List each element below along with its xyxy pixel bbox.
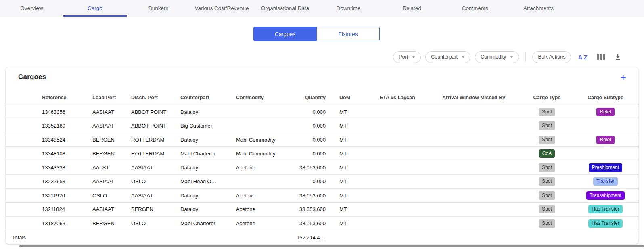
toggle-cargoes-button[interactable]: Cargoes [254, 27, 316, 41]
row-spacer [6, 203, 42, 217]
cell-cargo-subtype: Relet [576, 105, 638, 119]
column-header[interactable]: Commodity [236, 91, 297, 105]
column-header[interactable]: Quantity [297, 91, 339, 105]
cell-arrival-window-missed-by [442, 175, 521, 189]
download-button[interactable] [612, 53, 624, 61]
cell-cargo-type: Spot [521, 175, 576, 189]
cell-disch-port: ROTTERDAM [131, 133, 180, 147]
tab-organisational-data[interactable]: Organisational Data [253, 0, 317, 17]
row-spacer [6, 119, 42, 133]
column-header[interactable]: Arrival Window Missed By [442, 91, 521, 105]
cell-reference: 13222653 [42, 175, 92, 189]
sort-alphabetical-icon: A↓Z [578, 54, 588, 61]
table-row[interactable]: 13211920OSLOAASIAATDataloyAcetone38,053.… [6, 188, 638, 203]
add-cargo-button[interactable]: + [620, 73, 626, 82]
cell-reference: 13343338 [42, 161, 92, 175]
view-toggle: Cargoes Fixtures [253, 27, 380, 41]
cell-disch-port: AASIAAT [131, 188, 180, 203]
sort-alphabetical-button[interactable]: A↓Z [575, 54, 590, 61]
counterpart-filter-label: Counterpart [431, 54, 458, 60]
columns-button[interactable] [594, 54, 607, 60]
cell-uom: MT [339, 105, 380, 119]
tab-cargo[interactable]: Cargo [63, 0, 127, 17]
row-spacer [6, 161, 42, 175]
cell-commodity [236, 119, 297, 133]
tab-related[interactable]: Related [380, 0, 443, 17]
cargo-type-badge: Spot [539, 219, 555, 228]
cell-cargo-type: Spot [521, 188, 576, 203]
column-header[interactable]: Cargo Type [521, 91, 576, 105]
column-header[interactable]: Reference [42, 91, 92, 105]
cell-reference: 13187063 [42, 216, 92, 230]
cell-disch-port: AASIAAT [131, 161, 180, 175]
toolbar-divider [525, 52, 526, 62]
cell-disch-port: ROTTERDAM [131, 147, 180, 161]
table-header-row: ReferenceLoad PortDisch. PortCounterpart… [6, 91, 638, 105]
table-row[interactable]: 13348524BERGENROTTERDAMDataloyMabl Commo… [6, 133, 638, 147]
cell-quantity: 38,053.600 [297, 188, 339, 203]
cell-load-port: AASIAAT [92, 175, 131, 189]
table-row[interactable]: 13211824AASIAATBERGENDataloyAcetone38,05… [6, 203, 638, 217]
commodity-filter-dropdown[interactable]: Commodity [475, 51, 519, 63]
table-row[interactable]: 13222653AASIAATOSLOMabl Head O…0.000MTSp… [6, 175, 638, 189]
cell-cargo-subtype: Transfer [576, 175, 638, 189]
cell-commodity: Acetone [236, 216, 297, 230]
top-tab-bar: Overview Cargo Bunkers Various Cost/Reve… [0, 0, 644, 17]
table-row[interactable]: 13187063BERGENOSLOMabl ChartererAcetone3… [6, 216, 638, 230]
chevron-down-icon [462, 56, 465, 58]
cell-cargo-type: Spot [521, 161, 576, 175]
cell-arrival-window-missed-by [442, 119, 521, 133]
cell-uom: MT [339, 216, 380, 230]
cargo-subtype-badge: Relet [596, 136, 614, 144]
table-row[interactable]: 13343338AALSTAASIAATDataloyAcetone38,053… [6, 161, 638, 175]
bulk-actions-button[interactable]: Bulk Actions [532, 51, 571, 63]
cell-uom: MT [339, 188, 380, 203]
column-header[interactable]: Cargo Subtype [576, 91, 638, 105]
cell-load-port: OSLO [92, 188, 131, 203]
cell-load-port: BERGEN [92, 216, 131, 230]
cell-counterpart: Dataloy [180, 105, 236, 119]
cell-quantity: 0.000 [297, 133, 339, 147]
column-header[interactable]: Disch. Port [131, 91, 180, 105]
cell-reference: 13463356 [42, 105, 92, 119]
cell-cargo-type: CoA [521, 147, 576, 161]
tab-various-cost-revenue[interactable]: Various Cost/Revenue [190, 0, 253, 17]
table-row[interactable]: 13463356AASIAATABBOT POINTDataloy0.000MT… [6, 105, 638, 119]
tab-attachments[interactable]: Attachments [507, 0, 570, 17]
table-row[interactable]: 13352160AASIAATABBOT POINTBig Customer0.… [6, 119, 638, 133]
cell-eta-vs-laycan [380, 133, 442, 147]
tab-comments[interactable]: Comments [443, 0, 507, 17]
row-spacer [6, 133, 42, 147]
tab-overview[interactable]: Overview [0, 0, 63, 17]
column-header[interactable]: Load Port [92, 91, 131, 105]
cell-reference: 13211824 [42, 203, 92, 217]
cell-load-port: AASIAAT [92, 105, 131, 119]
table-row[interactable]: 13348108BERGENROTTERDAMMabl ChartererMab… [6, 147, 638, 161]
columns-icon [597, 54, 605, 60]
counterpart-filter-dropdown[interactable]: Counterpart [425, 51, 470, 63]
cell-cargo-type: Spot [521, 105, 576, 119]
row-spacer [6, 147, 42, 161]
toggle-fixtures-button[interactable]: Fixtures [316, 27, 379, 41]
cell-cargo-type: Spot [521, 203, 576, 217]
horizontal-scrollbar[interactable] [19, 245, 644, 247]
cell-quantity: 0.000 [297, 119, 339, 133]
column-header[interactable]: UoM [339, 91, 380, 105]
tab-bunkers[interactable]: Bunkers [127, 0, 190, 17]
cell-uom: MT [339, 133, 380, 147]
totals-quantity: 152,214.400 [297, 230, 339, 244]
column-header[interactable]: Counterpart [180, 91, 236, 105]
bulk-actions-label: Bulk Actions [538, 54, 565, 60]
tab-downtime[interactable]: Downtime [317, 0, 380, 17]
cell-cargo-type: Spot [521, 216, 576, 230]
cell-reference: 13352160 [42, 119, 92, 133]
column-header[interactable]: ETA vs Laycan [380, 91, 442, 105]
cell-counterpart: Dataloy [180, 203, 236, 217]
cargo-subtype-badge: Has Transfer [588, 219, 623, 228]
cell-cargo-subtype: Preshipment [576, 161, 638, 175]
cell-cargo-type: Spot [521, 119, 576, 133]
port-filter-dropdown[interactable]: Port [393, 51, 421, 63]
cell-eta-vs-laycan [380, 188, 442, 203]
cell-uom: MT [339, 203, 380, 217]
cell-counterpart: Big Customer [180, 119, 236, 133]
